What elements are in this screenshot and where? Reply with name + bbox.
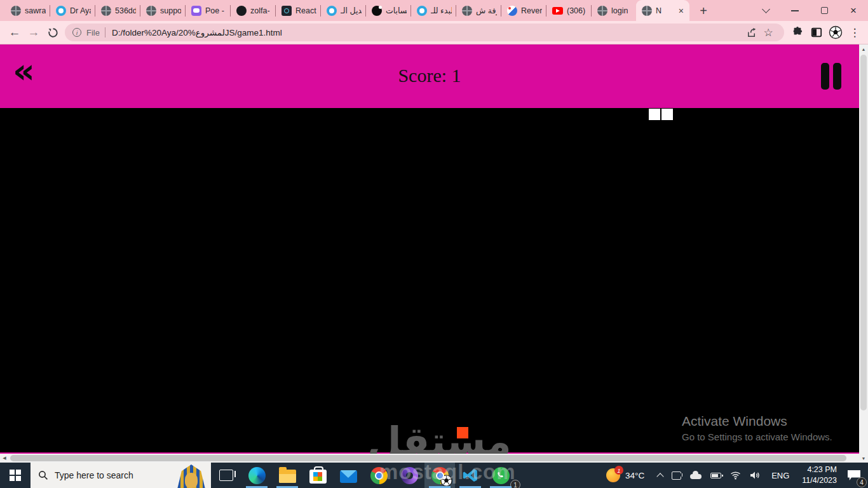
url-text[interactable]: D:/folder%20Aya/20%لمشروعJS/game1.html [112, 27, 743, 37]
scroll-left-icon[interactable]: ◀ [0, 454, 9, 463]
tab-sawra[interactable]: sawra [5, 0, 50, 21]
tab-536dd[interactable]: 536dd [95, 0, 140, 21]
vertical-scrollbar[interactable]: ▲ ▼ [859, 44, 868, 463]
search-placeholder-text: Type here to search [55, 470, 133, 480]
tray-tablet-button[interactable] [667, 463, 686, 488]
search-icon [38, 470, 48, 480]
tab-close-icon[interactable]: × [677, 6, 686, 16]
chrome-icon [370, 467, 388, 484]
globe-favicon [146, 6, 156, 16]
file-scheme-label: File [86, 28, 100, 37]
tab-label: zolfa- [250, 6, 270, 15]
new-tab-button[interactable]: + [695, 2, 712, 20]
tray-clock[interactable]: 4:23 PM11/4/2023 [796, 463, 843, 488]
office-icon [401, 467, 418, 484]
side-panel-button[interactable] [807, 23, 826, 42]
back-button[interactable]: ← [5, 23, 24, 42]
blue-ring-favicon [417, 6, 427, 16]
soccer-extension-button[interactable] [826, 23, 845, 42]
tab-taadil[interactable]: تعديل الـ [321, 0, 365, 21]
tray-volume[interactable] [745, 463, 765, 488]
scroll-down-icon[interactable]: ▼ [859, 454, 868, 463]
tray-battery[interactable] [706, 463, 726, 488]
weather-badge: 1 [614, 466, 623, 475]
taskbar-chrome[interactable] [363, 463, 394, 488]
snake-segment [649, 109, 660, 120]
share-icon [747, 27, 757, 38]
tab-hisabat[interactable]: حسابات [366, 0, 410, 21]
side-panel-icon [811, 27, 822, 38]
tab-youtube[interactable]: (306) [546, 0, 591, 21]
store-icon [309, 470, 327, 484]
tab-reverso[interactable]: Revers [501, 0, 546, 21]
whatsapp-badge: 1 [510, 480, 520, 488]
tab-poe[interactable]: Poe - [186, 0, 230, 21]
tab-react[interactable]: React [276, 0, 320, 21]
tray-show-hidden-icons[interactable] [653, 463, 667, 488]
tray-onedrive[interactable] [686, 463, 706, 488]
vertical-scroll-thumb[interactable] [860, 55, 867, 410]
taskbar-mail[interactable] [333, 463, 363, 488]
temperature-label: 34°C [620, 471, 651, 480]
pause-button[interactable] [821, 63, 841, 90]
scroll-up-icon[interactable]: ▲ [859, 44, 868, 53]
reload-button[interactable] [43, 23, 62, 42]
extensions-button[interactable] [788, 23, 807, 42]
game-canvas[interactable]: مستقل Activate Windows Go to Settings to… [0, 108, 859, 452]
speaker-icon [750, 471, 761, 480]
tab-dr-aya[interactable]: Dr Aya [50, 0, 95, 21]
activate-line1: Activate Windows [682, 414, 832, 429]
tab-suppo[interactable]: suppo [140, 0, 185, 21]
window-close-button[interactable]: × [839, 0, 868, 21]
window-restore-button[interactable] [810, 0, 839, 21]
taskbar-whatsapp[interactable]: 1 [485, 463, 516, 488]
tab-label: Revers [521, 6, 542, 15]
bookmark-button[interactable]: ☆ [760, 24, 776, 41]
tray-weather[interactable]: 1 34°C [602, 463, 653, 488]
horizontal-scrollbar[interactable]: ◀ [0, 454, 859, 463]
task-view-icon [219, 470, 233, 481]
tab-zolfa[interactable]: zolfa- [231, 0, 275, 21]
tab-label: غرفة ش [476, 6, 497, 15]
pharaoh-search-art [174, 464, 208, 488]
react-favicon [281, 6, 292, 16]
taskbar-edge[interactable] [241, 463, 272, 488]
taskbar-search-box[interactable]: Type here to search [31, 463, 211, 488]
forward-button[interactable]: → [24, 23, 43, 42]
reverso-favicon [507, 6, 517, 16]
window-minimize-button[interactable] [780, 0, 810, 21]
tabs-container: sawra Dr Aya 536dd suppo Poe - zolfa- Re… [0, 0, 712, 21]
windows-logo-icon [10, 470, 21, 481]
taskbar-chrome-active[interactable] [424, 463, 455, 488]
tab-albad[interactable]: البدء للـ [411, 0, 456, 21]
chevron-up-icon [656, 473, 663, 480]
tray-notifications[interactable]: 4 [843, 463, 868, 488]
taskbar-office[interactable] [394, 463, 424, 488]
clock-date: 11/4/2023 [802, 475, 837, 486]
taskbar-store[interactable] [302, 463, 333, 488]
cloud-icon [690, 474, 702, 479]
snake-segment [661, 109, 673, 120]
taskbar-vscode[interactable] [455, 463, 485, 488]
share-button[interactable] [743, 24, 760, 41]
tab-active-n[interactable]: N× [636, 0, 689, 21]
tray-wifi[interactable] [726, 463, 745, 488]
tab-ghurfa[interactable]: غرفة ش [456, 0, 501, 21]
tray-language[interactable]: ENG [765, 463, 796, 488]
taskbar-file-explorer[interactable] [272, 463, 302, 488]
restore-icon [821, 7, 828, 14]
window-chevron-button[interactable] [751, 0, 780, 21]
tab-login[interactable]: login [592, 0, 636, 21]
taskbar-spacer [516, 463, 602, 488]
start-button[interactable] [0, 463, 31, 488]
menu-button[interactable]: ⋮ [845, 23, 864, 42]
task-view-button[interactable] [211, 463, 241, 488]
horizontal-scroll-thumb[interactable] [10, 455, 846, 461]
chevron-down-icon [762, 5, 770, 13]
wifi-icon [730, 471, 741, 480]
browser-tab-strip: sawra Dr Aya 536dd suppo Poe - zolfa- Re… [0, 0, 868, 21]
page-info-icon[interactable]: i [72, 28, 81, 37]
address-bar[interactable]: i File D:/folder%20Aya/20%لمشروعJS/game1… [65, 24, 784, 41]
tab-label: suppo [160, 6, 181, 15]
mostaql-watermark-arabic: مستقل [367, 418, 512, 454]
